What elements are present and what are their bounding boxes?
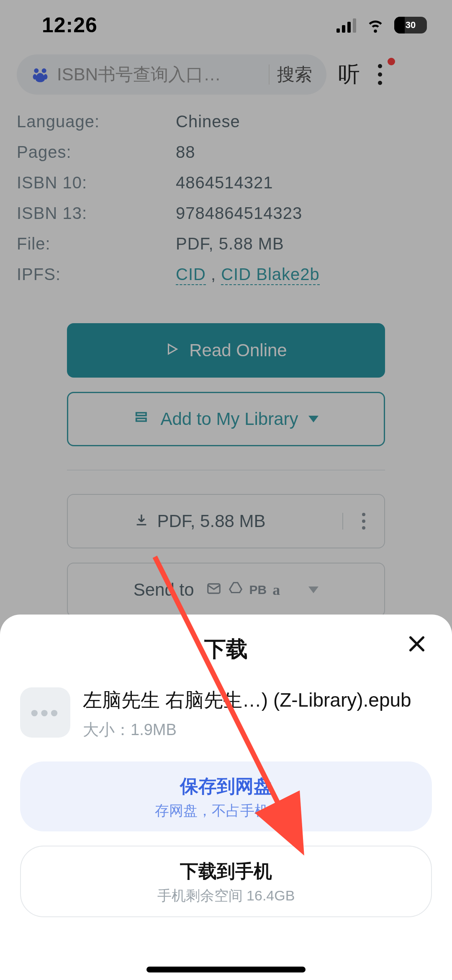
close-icon xyxy=(406,633,428,655)
file-size: 大小：1.9MB xyxy=(83,719,432,741)
home-indicator[interactable] xyxy=(146,967,306,972)
file-name: 左脑先生 右脑先生…) (Z-Library).epub xyxy=(83,687,432,713)
file-row: ••• 左脑先生 右脑先生…) (Z-Library).epub 大小：1.9M… xyxy=(20,687,432,741)
file-thumb-icon: ••• xyxy=(20,687,70,738)
save-cloud-subtitle: 存网盘，不占手机空间 xyxy=(20,801,432,821)
download-to-phone-button[interactable]: 下载到手机 手机剩余空间 16.4GB xyxy=(20,846,432,917)
close-button[interactable] xyxy=(406,633,428,659)
download-sheet: 下载 ••• 左脑先生 右脑先生…) (Z-Library).epub 大小：1… xyxy=(0,615,452,980)
download-phone-title: 下载到手机 xyxy=(21,859,431,884)
download-phone-subtitle: 手机剩余空间 16.4GB xyxy=(21,886,431,905)
save-cloud-title: 保存到网盘 xyxy=(20,774,432,799)
save-to-cloud-button[interactable]: 保存到网盘 存网盘，不占手机空间 xyxy=(20,761,432,831)
sheet-title: 下载 xyxy=(20,635,432,664)
